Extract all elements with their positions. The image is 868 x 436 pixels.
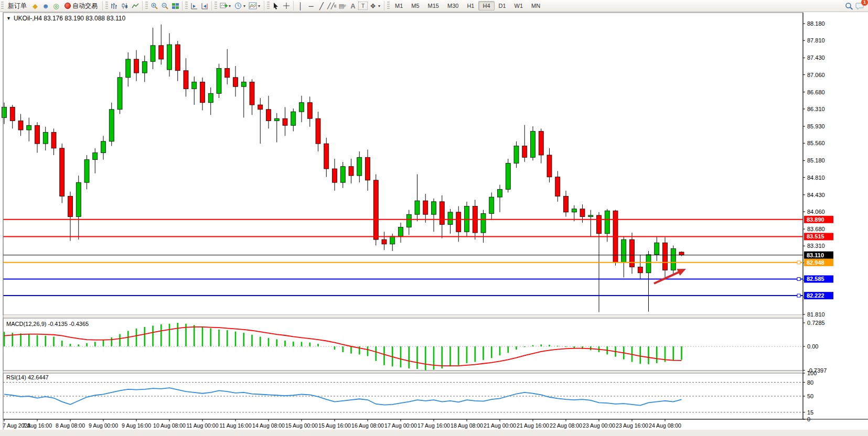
fibonacci-tool-icon[interactable]: ▤F (337, 1, 348, 10)
candle-body (646, 255, 651, 273)
candle-body (572, 209, 576, 212)
profile-icon[interactable]: ☻ (40, 1, 51, 10)
zoom-in-icon[interactable] (149, 1, 159, 10)
candle-body (76, 182, 81, 216)
candle-body (18, 121, 23, 130)
bar-chart-icon[interactable] (109, 1, 120, 10)
timeframe-button-w1[interactable]: W1 (510, 1, 528, 10)
candle-body (531, 132, 535, 158)
text-label-tool-icon[interactable]: T (358, 2, 368, 10)
candle-body (506, 164, 510, 190)
chart-shift-icon[interactable] (199, 1, 210, 10)
candle-body (432, 202, 436, 214)
price-badge-label: 83.110 (807, 252, 824, 258)
time-tick-label: 9 Aug 00:00 (89, 422, 118, 429)
candle-body (340, 167, 345, 182)
candle-body (564, 196, 569, 212)
line-selection-handle[interactable] (797, 277, 800, 280)
candle-body (175, 45, 180, 71)
arrows-dropdown-caret[interactable]: ▾ (378, 4, 382, 8)
new-order-button[interactable]: 新订单 (5, 0, 30, 12)
line-selection-handle[interactable] (797, 261, 800, 264)
price-tick-label: 84.810 (807, 175, 825, 181)
period-clock-icon[interactable] (233, 1, 243, 10)
line-selection-handle[interactable] (797, 294, 800, 297)
candle-body (324, 144, 329, 169)
candle-body (126, 59, 131, 78)
candle-body (184, 71, 188, 89)
candle-body (349, 167, 353, 176)
time-tick-label: 16 Aug 08:00 (351, 422, 384, 429)
tile-windows-icon[interactable] (170, 1, 180, 10)
timeframe-button-mn[interactable]: MN (527, 1, 544, 10)
timeframe-button-h1[interactable]: H1 (463, 1, 478, 10)
candle-body (415, 201, 420, 214)
timeframe-button-m15[interactable]: M15 (424, 1, 443, 10)
price-tick-label: 81.810 (807, 311, 825, 318)
search-icon[interactable] (844, 1, 854, 10)
price-chart-canvas[interactable]: 88.18087.81087.43087.06086.68086.31085.9… (0, 0, 868, 436)
candle-body (448, 212, 453, 225)
candle-body (241, 82, 246, 87)
text-tool-icon[interactable]: A (348, 1, 358, 10)
auto-trading-button[interactable]: 自动交易 (61, 0, 101, 12)
chevron-down-icon[interactable]: ▼ (6, 16, 11, 21)
macd-tick-label: 0.00 (807, 343, 818, 350)
candle-body (217, 68, 221, 93)
candle-body (663, 243, 668, 270)
timeframe-button-m5[interactable]: M5 (407, 1, 423, 10)
candle-body (43, 132, 48, 144)
candle-body (366, 157, 370, 180)
period-dropdown-caret[interactable]: ▾ (243, 4, 248, 8)
time-tick-label: 10 Aug 08:00 (153, 422, 186, 429)
candle-body (555, 177, 560, 197)
indicator-dropdown-caret[interactable]: ▾ (229, 4, 233, 8)
pane-separator[interactable] (3, 371, 803, 373)
price-tick-label: 87.060 (807, 72, 825, 78)
add-indicator-icon[interactable] (218, 1, 229, 10)
timeframe-button-m1[interactable]: M1 (391, 1, 407, 10)
candle-body (208, 93, 213, 102)
timeframe-button-m30[interactable]: M30 (443, 1, 463, 10)
candle-body (307, 103, 312, 118)
template-icon[interactable] (248, 1, 258, 10)
cursor-icon[interactable] (271, 1, 281, 10)
chat-icon[interactable]: 1 (854, 1, 865, 10)
candle-body (167, 45, 172, 70)
zoom-out-icon[interactable] (159, 1, 170, 10)
timeframe-button-h4[interactable]: H4 (478, 1, 494, 10)
time-tick-label: 18 Aug 08:00 (451, 422, 483, 429)
crosshair-icon[interactable] (281, 1, 292, 10)
pane-separator[interactable] (3, 315, 803, 318)
candle-body (382, 239, 387, 244)
horizontal-line-tool-icon[interactable]: ─ (306, 1, 316, 10)
trendline-tool-icon[interactable]: ╱ (316, 1, 327, 10)
candlestick-chart-icon[interactable] (120, 1, 130, 10)
candle-body (373, 180, 378, 239)
candle-body (291, 112, 296, 125)
price-tick-label: 87.430 (807, 54, 825, 61)
candle-body (390, 236, 395, 244)
candle-body (621, 239, 626, 263)
timeframe-button-d1[interactable]: D1 (495, 1, 510, 10)
candle-body (440, 202, 444, 225)
template-dropdown-caret[interactable]: ▾ (258, 4, 262, 8)
line-chart-icon[interactable] (130, 1, 141, 10)
toolbar-grip[interactable] (1, 2, 4, 10)
rsi-tick-label: 80 (807, 379, 813, 386)
candle-body (233, 78, 238, 86)
arrows-tool-icon[interactable]: ❖ (368, 1, 378, 10)
rsi-tick-label: 15 (807, 409, 813, 416)
candle-body (406, 214, 411, 227)
signal-icon[interactable]: ◎ (51, 1, 61, 10)
symbol-info-bar: ▼ UKOil-,H4 83.176 83.190 83.088 83.110 (6, 15, 125, 22)
market-watch-icon[interactable]: ◆ (30, 1, 40, 10)
rsi-tick-label: 100 (807, 370, 817, 376)
candle-body (274, 118, 279, 121)
auto-scroll-icon[interactable] (189, 1, 199, 10)
candle-body (597, 215, 602, 234)
vertical-line-tool-icon[interactable]: │ (295, 1, 306, 10)
price-tick-label: 85.180 (807, 157, 825, 164)
equidistant-channel-icon[interactable]: ╱╱E (327, 1, 337, 10)
candle-body (580, 209, 585, 217)
